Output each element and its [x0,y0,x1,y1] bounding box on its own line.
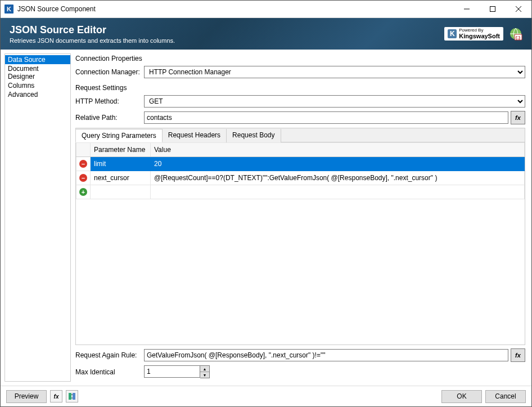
tab-body: Parameter NameValue –limit20–next_cursor… [76,142,525,345]
remove-row-icon[interactable]: – [79,160,87,168]
max-identical-label: Max Identical [75,368,142,376]
svg-rect-1 [490,7,495,12]
window: K JSON Source Component JSON Source Edit… [0,0,532,407]
table-row[interactable]: –next_cursor@[RequestCount]==0?(DT_NTEXT… [76,171,525,185]
window-title: JSON Source Component [17,5,96,13]
http-method-select[interactable]: GET [144,95,525,108]
preview-button[interactable]: Preview [6,390,47,403]
svg-text:{;}: {;} [516,35,521,40]
request-again-rule-fx-button[interactable]: fx [511,348,525,362]
banner-subtitle: Retrieves JSON documents and extracts th… [10,37,175,44]
spin-down-icon[interactable]: ▼ [200,372,209,378]
app-icon: K [4,5,13,14]
main-panel: Connection Properties Connection Manager… [73,53,528,382]
param-name-cell[interactable]: next_cursor [91,171,151,185]
param-name-cell[interactable] [91,185,151,199]
table-row[interactable]: + [76,185,525,199]
footer: Preview fx OK Cancel [1,386,531,406]
param-name-cell[interactable]: limit [91,157,151,171]
table-row[interactable]: –limit20 [76,157,525,171]
relative-path-label: Relative Path: [75,114,142,122]
sidebar-item-columns[interactable]: Columns [5,81,70,90]
sidebar-item-advanced[interactable]: Advanced [5,90,70,99]
relative-path-fx-button[interactable]: fx [511,111,525,124]
grid-header[interactable]: Value [151,143,525,157]
maximize-button[interactable] [480,1,506,17]
param-value-cell[interactable]: @[RequestCount]==0?(DT_NTEXT)"":GetValue… [151,171,525,185]
relative-path-input[interactable] [144,111,508,124]
tab-request-body[interactable]: Request Body [227,129,281,142]
svg-rect-8 [73,393,75,400]
connection-properties-label: Connection Properties [73,53,528,66]
minimize-button[interactable] [454,1,480,17]
request-tabs: Query String ParametersRequest HeadersRe… [75,128,525,345]
request-again-rule-label: Request Again Rule: [75,351,142,359]
tab-request-headers[interactable]: Request Headers [163,129,227,142]
max-identical-input[interactable] [144,365,200,378]
add-row-icon[interactable]: + [79,188,87,196]
banner-title: JSON Source Editor [10,24,175,36]
request-settings-label: Request Settings [73,82,528,95]
max-identical-spinner[interactable]: ▲▼ [144,365,210,378]
request-again-rule-input[interactable] [144,349,508,361]
spin-up-icon[interactable]: ▲ [200,366,209,372]
http-method-label: HTTP Method: [75,97,142,105]
remove-row-icon[interactable]: – [79,174,87,182]
expression-editor-icon[interactable]: fx [50,390,62,402]
body: Data SourceDocument DesignerColumnsAdvan… [1,50,531,386]
sidebar-item-data-source[interactable]: Data Source [5,55,70,64]
ok-button[interactable]: OK [441,390,482,403]
sidebar-item-document-designer[interactable]: Document Designer [5,64,70,81]
parameters-grid[interactable]: Parameter NameValue –limit20–next_cursor… [76,142,525,199]
connection-manager-label: Connection Manager: [75,68,142,76]
tab-strip: Query String ParametersRequest HeadersRe… [76,128,525,142]
globe-json-icon: {;} [509,27,522,41]
titlebar: K JSON Source Component [1,1,531,18]
svg-rect-7 [69,393,71,400]
grid-header[interactable]: Parameter Name [91,143,151,157]
grid-header[interactable] [76,143,91,157]
cancel-button[interactable]: Cancel [485,390,526,403]
banner: JSON Source Editor Retrieves JSON docume… [1,18,531,50]
sidebar: Data SourceDocument DesignerColumnsAdvan… [4,53,71,382]
brand-logo: K Powered ByKingswaySoft {;} [444,27,522,41]
connection-manager-select[interactable]: HTTP Connection Manager [144,66,525,78]
close-button[interactable] [506,1,531,17]
tab-query-string-parameters[interactable]: Query String Parameters [75,129,163,142]
param-value-cell[interactable]: 20 [151,157,525,171]
column-mapping-icon[interactable] [66,390,78,402]
param-value-cell[interactable] [151,185,525,199]
